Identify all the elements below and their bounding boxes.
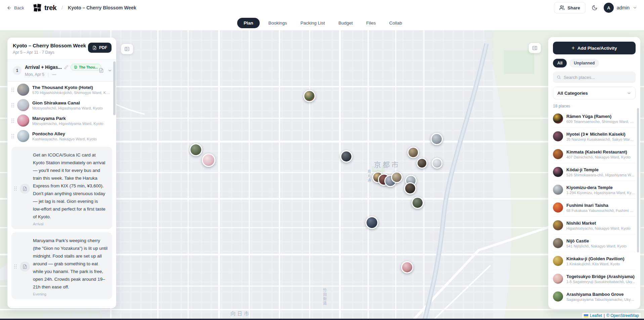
- plus-icon: +: [571, 45, 574, 51]
- app-logo[interactable]: trek: [33, 3, 56, 12]
- category-select[interactable]: All Categories: [553, 87, 636, 99]
- drag-handle-icon[interactable]: [11, 103, 14, 107]
- place-name: Kinmata (Kaiseki Restaurant): [566, 149, 636, 154]
- tabs: Plan Bookings Packing List Budget Files …: [237, 18, 406, 28]
- place-list-item[interactable]: Nishiki Market Higashiuoyacho, Nakagyo W…: [553, 217, 636, 234]
- user-menu[interactable]: A admin: [604, 3, 637, 13]
- drag-handle-icon[interactable]: [11, 134, 14, 138]
- place-list-item[interactable]: Kinmata (Kaiseki Restaurant) 407 Dainich…: [553, 145, 636, 163]
- place-photo: [553, 185, 563, 195]
- tab[interactable]: Packing List: [296, 18, 330, 28]
- panel-left-close-icon: [124, 46, 130, 52]
- drag-handle-icon[interactable]: [11, 88, 14, 92]
- place-list-item[interactable]: Kōdai-ji Temple 526 Shimokawara-chō, Hig…: [553, 163, 636, 181]
- drag-handle-icon[interactable]: [14, 186, 17, 191]
- add-place-button[interactable]: + Add Place/Activity: [553, 42, 636, 54]
- tab-label: Collab: [389, 20, 402, 26]
- map-photo-marker[interactable]: [366, 216, 378, 229]
- map-photo-marker[interactable]: [412, 197, 424, 209]
- place-list-item[interactable]: Kiyomizu-dera Temple 1-294 Kiyomizu, Hig…: [553, 181, 636, 199]
- map-photo-marker[interactable]: [391, 172, 402, 183]
- map-photo-marker[interactable]: [404, 182, 416, 194]
- trek-logo-icon: [33, 3, 42, 12]
- map-photo-marker[interactable]: [340, 150, 352, 163]
- export-pdf-button[interactable]: PDF: [88, 43, 112, 53]
- tab[interactable]: Budget: [334, 18, 357, 28]
- map-photo-marker[interactable]: [407, 147, 419, 158]
- users-icon: [559, 5, 565, 10]
- place-address: 35 Nanzenji Kusakawachō, Sakyo Ward, ...: [566, 137, 636, 141]
- place-photo: [17, 99, 29, 111]
- tab[interactable]: Collab: [384, 18, 406, 28]
- tab[interactable]: Files: [361, 18, 381, 28]
- share-button[interactable]: Share: [554, 2, 586, 13]
- window-bottom-bar: [0, 319, 644, 320]
- tab-label: Files: [366, 20, 376, 26]
- search-input[interactable]: [564, 75, 632, 80]
- map-photo-marker[interactable]: [303, 90, 315, 102]
- filter-pill-label: Unplanned: [574, 61, 595, 65]
- tab[interactable]: Bookings: [264, 18, 292, 28]
- map-photo-marker[interactable]: [401, 261, 413, 273]
- note-card[interactable]: Get an ICOCA/Suica IC card at Kyoto Stat…: [11, 147, 112, 229]
- hotel-badge[interactable]: The Thou...: [71, 64, 101, 71]
- back-arrow-icon: [7, 5, 12, 10]
- place-list-item[interactable]: Hyotei (3★ Michelin Kaiseki) 35 Nanzenji…: [553, 128, 636, 145]
- place-name: Rāmen Yūga (Ramen): [566, 114, 636, 119]
- theme-toggle-button[interactable]: [592, 5, 598, 11]
- place-name: Fushimi Inari Taisha: [566, 203, 636, 208]
- back-label: Back: [14, 5, 24, 10]
- back-button[interactable]: Back: [7, 5, 24, 10]
- place-list-item[interactable]: Nijō Castle 541 Nijōjōchō, Nakagyo Ward,…: [553, 234, 636, 252]
- place-address: Kashiwayacho, Nakagyo Ward, Kyoto: [32, 137, 111, 141]
- place-list-item[interactable]: Arashiyama Bamboo Grove Sagaogurayama Ta…: [553, 288, 636, 304]
- map-photo-marker[interactable]: [432, 158, 442, 169]
- day-time-placeholder[interactable]: —: [52, 72, 56, 77]
- map-place-label: 烏丸通: [366, 170, 372, 183]
- place-photo: [553, 220, 563, 230]
- leaflet-link[interactable]: Leaflet: [590, 313, 602, 318]
- place-photo: [553, 167, 563, 177]
- map-photo-marker[interactable]: [431, 133, 443, 145]
- day-note-icon[interactable]: [99, 68, 104, 73]
- places-list[interactable]: Rāmen Yūga (Ramen) 609 Teianmaenocho, Sh…: [553, 110, 636, 304]
- map-photo-marker[interactable]: [417, 158, 427, 169]
- place-list-item[interactable]: Rāmen Yūga (Ramen) 609 Teianmaenocho, Sh…: [553, 110, 636, 128]
- place-address: Motoyoshichō, Higashiyama Ward, Kyoto: [32, 106, 111, 110]
- day-collapse-chevron-icon[interactable]: [108, 68, 112, 73]
- place-address: 570 Higashishiokojichō, Shimogyo Ward, K…: [32, 91, 111, 95]
- map-place-label: 京都市: [374, 159, 400, 169]
- note-text: Get an ICOCA/Suica IC card at Kyoto Stat…: [33, 152, 105, 219]
- map-photo-marker[interactable]: [189, 143, 202, 156]
- place-name: Arashiyama Bamboo Grove: [566, 292, 636, 297]
- place-photo: [17, 130, 29, 142]
- collapse-left-panel-button[interactable]: [121, 44, 133, 54]
- itinerary-scroll-area[interactable]: 1 Arrival + Higas... The Thou... Mon, Ap…: [7, 59, 116, 308]
- place-address: 541 Nijōjōchō, Nakagyo Ward, Kyoto: [566, 244, 636, 248]
- place-list-item[interactable]: Kinkaku-ji (Golden Pavilion) 1 Kinkakuji…: [553, 252, 636, 270]
- place-name: Gion Shirakawa Canal: [32, 100, 111, 105]
- drag-handle-icon[interactable]: [11, 119, 14, 123]
- itinerary-place-row[interactable]: Pontocho Alley Kashiwayacho, Nakagyo War…: [7, 129, 116, 143]
- day-header-row[interactable]: 1 Arrival + Higas... The Thou... Mon, Ap…: [7, 59, 116, 82]
- itinerary-place-row[interactable]: Maruyama Park Maruyamacho, Higashiyama W…: [7, 113, 116, 128]
- tab-label: Packing List: [300, 20, 325, 26]
- edit-pencil-icon[interactable]: [64, 65, 68, 69]
- tab-label: Bookings: [268, 20, 287, 26]
- map-photo-marker[interactable]: [202, 153, 215, 167]
- tab[interactable]: Plan: [237, 18, 260, 28]
- add-place-label: Add Place/Activity: [577, 46, 617, 51]
- filter-pill[interactable]: All: [553, 59, 567, 67]
- itinerary-scrollbar[interactable]: [113, 61, 116, 115]
- places-scrollbar[interactable]: [637, 108, 639, 253]
- osm-link[interactable]: © OpenStreetMap: [606, 313, 639, 318]
- day-date: Mon, Apr 5: [25, 72, 44, 77]
- collapse-right-panel-button[interactable]: [529, 43, 541, 53]
- place-list-item[interactable]: Togetsukyo Bridge (Arashiyama) 1-5 Sagat…: [553, 270, 636, 288]
- note-card[interactable]: Maruyama Park's weeping cherry (the "Gio…: [11, 232, 112, 299]
- filter-pill[interactable]: Unplanned: [569, 59, 599, 67]
- itinerary-place-row[interactable]: The Thousand Kyoto (Hotel) 570 Higashish…: [7, 82, 116, 97]
- itinerary-place-row[interactable]: Gion Shirakawa Canal Motoyoshichō, Higas…: [7, 98, 116, 112]
- drag-handle-icon[interactable]: [14, 264, 17, 269]
- place-list-item[interactable]: Fushimi Inari Taisha 68 Fukakusa Yabunou…: [553, 199, 636, 217]
